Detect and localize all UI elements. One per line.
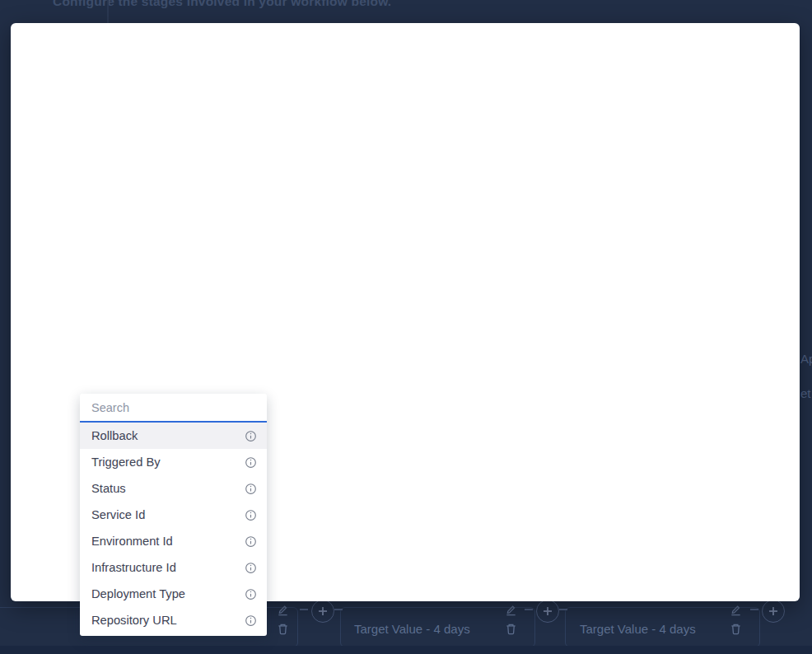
connector-dash: [300, 609, 308, 610]
dropdown-item[interactable]: Deployment Type: [80, 581, 267, 607]
info-icon[interactable]: [245, 535, 257, 548]
dropdown-item-label: Infrastructure Id: [91, 561, 176, 574]
background-footer-strip: [0, 646, 812, 654]
add-stage-button: [311, 600, 334, 623]
dropdown-item-label: Service Id: [91, 508, 145, 521]
connector-dash: [525, 609, 533, 610]
background-card-label: Target Value - 4 days: [354, 622, 470, 636]
connector-dash: [559, 609, 567, 610]
background-text-fragment: et: [800, 386, 811, 400]
background-text-fragment: Ap: [800, 352, 812, 366]
dropdown-item-label: Repository URL: [91, 614, 177, 627]
background-divider: [107, 0, 109, 23]
dropdown-item[interactable]: Repository URL: [80, 607, 267, 633]
edit-icon: [730, 604, 742, 616]
trash-icon: [277, 623, 289, 635]
dropdown-item[interactable]: Environment Id: [80, 528, 267, 554]
edit-icon: [277, 604, 289, 616]
info-icon[interactable]: [245, 614, 257, 627]
connector-dash: [750, 609, 758, 610]
add-stage-button: [536, 600, 559, 623]
dropdown-search: [80, 394, 267, 423]
info-icon[interactable]: [245, 509, 257, 521]
info-icon[interactable]: [245, 562, 257, 574]
dropdown-item[interactable]: Rollback: [80, 423, 267, 449]
connector-dash: [334, 609, 343, 610]
search-input[interactable]: [80, 401, 267, 414]
info-icon[interactable]: [245, 430, 257, 442]
info-icon[interactable]: [245, 456, 257, 469]
dropdown-item[interactable]: Infrastructure Id: [80, 554, 267, 581]
dropdown-item-label: Rollback: [91, 429, 138, 442]
edit-icon: [505, 604, 517, 616]
trash-icon: [505, 623, 517, 635]
dropdown-item-label: Deployment Type: [91, 587, 185, 600]
dropdown-item-label: Triggered By: [91, 455, 161, 469]
trash-icon: [730, 623, 742, 635]
property-dropdown: Rollback Triggered By Status Service Id …: [80, 394, 267, 636]
background-card-label: Target Value - 4 days: [580, 622, 696, 636]
dropdown-item-label: Status: [91, 482, 126, 495]
dropdown-item[interactable]: Service Id: [80, 502, 267, 528]
info-icon[interactable]: [245, 483, 257, 495]
dropdown-item[interactable]: Triggered By: [80, 449, 267, 475]
add-stage-button: [762, 600, 785, 623]
background-caption: Configure the stages involved in your wo…: [53, 0, 391, 9]
info-icon[interactable]: [245, 588, 257, 600]
dropdown-item[interactable]: Status: [80, 475, 267, 502]
dropdown-item-label: Environment Id: [91, 535, 173, 548]
